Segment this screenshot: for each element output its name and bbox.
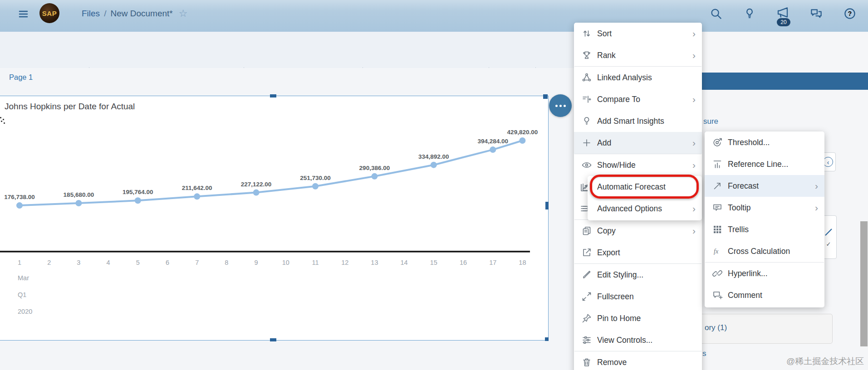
menu-item-tooltip[interactable]: Tooltip›: [705, 197, 824, 219]
selection-handle-bottom-right[interactable]: [545, 337, 549, 341]
data-point[interactable]: [490, 146, 496, 153]
forecast-axis-icon: [579, 182, 588, 193]
copy-icon: [581, 225, 592, 236]
menu-item-sort[interactable]: Sort›: [574, 23, 702, 44]
smart-assist-icon[interactable]: [743, 7, 756, 20]
submenu-chevron-icon: ›: [692, 28, 696, 39]
submenu-chevron-icon: ›: [692, 50, 696, 61]
menu-item-label: Show/Hide: [597, 161, 692, 170]
menu-item-copy[interactable]: Copy›: [574, 220, 702, 242]
submenu-chevron-icon: ›: [815, 180, 818, 191]
data-point[interactable]: [75, 200, 82, 206]
data-point[interactable]: [135, 197, 141, 204]
selection-handle-top-right[interactable]: [543, 94, 548, 99]
line-chart: Johns Hopkins per Date for Actual1234567…: [0, 96, 548, 340]
menu-item-remove[interactable]: Remove: [574, 351, 702, 370]
trash-icon: [581, 357, 592, 368]
panel-scrollbar[interactable]: [860, 221, 868, 346]
add-measure-link[interactable]: sure: [703, 117, 718, 126]
menu-item-hyperlink[interactable]: Hyperlink...: [705, 263, 824, 284]
menu-item-label: Add Smart Insights: [597, 117, 696, 126]
reference-line-icon: [712, 159, 723, 170]
menu-item-cross-calculation[interactable]: Cross Calculation: [705, 240, 824, 262]
menu-item-compare-to[interactable]: Compare To›: [574, 88, 702, 110]
chart-widget[interactable]: Johns Hopkins per Date for Actual1234567…: [0, 96, 549, 341]
menu-item-fullscreen[interactable]: Fullscreen: [574, 286, 702, 307]
data-point[interactable]: [253, 190, 260, 196]
help-icon[interactable]: [843, 7, 857, 20]
menu-item-edit-styling[interactable]: Edit Styling...: [574, 264, 702, 286]
data-point[interactable]: [519, 137, 525, 144]
data-point[interactable]: [16, 202, 23, 209]
data-point[interactable]: [312, 183, 319, 190]
svg-text:2020: 2020: [18, 308, 32, 315]
breadcrumb: Files / New Document* ☆: [82, 0, 187, 27]
menu-item-linked-analysis[interactable]: Linked Analysis: [574, 67, 702, 88]
announcements-icon[interactable]: [776, 6, 790, 19]
menu-item-show-hide[interactable]: Show/Hide›: [574, 154, 702, 176]
menu-item-comment[interactable]: Comment: [705, 284, 824, 306]
selection-handle-bottom[interactable]: [270, 338, 276, 341]
panel-link-fragment[interactable]: s: [702, 349, 706, 358]
category-token[interactable]: ory (1): [696, 314, 833, 344]
menu-item-threshold[interactable]: Threshold...: [705, 131, 824, 153]
menu-item-rank[interactable]: Rank›: [574, 44, 702, 66]
hamburger-menu-icon[interactable]: [17, 9, 29, 19]
menu-item-add[interactable]: Add›: [574, 132, 702, 154]
data-label: 227,122.00: [241, 181, 272, 188]
menu-item-export[interactable]: Export: [574, 242, 702, 263]
menu-item-add-smart-insights[interactable]: Add Smart Insights: [574, 110, 702, 132]
threshold-icon: [712, 137, 723, 148]
svg-text:12: 12: [341, 259, 348, 266]
discussions-icon[interactable]: [809, 7, 823, 20]
svg-text:9: 9: [255, 259, 258, 266]
selection-handle-right[interactable]: [545, 202, 549, 209]
collapse-panel-icon[interactable]: ‹: [823, 157, 833, 167]
submenu-chevron-icon: ›: [692, 225, 696, 236]
search-icon[interactable]: [709, 7, 723, 20]
menu-item-label: Advanced Options: [597, 204, 692, 214]
page-tab[interactable]: Page 1: [9, 73, 33, 82]
x-axis-line: [0, 251, 530, 253]
data-point[interactable]: [371, 173, 378, 180]
sap-logo: SAP: [39, 3, 59, 23]
top-bar: SAP Files / New Document* ☆ 20: [0, 0, 868, 32]
compare-to-icon: [581, 94, 592, 105]
fx-icon: [712, 246, 723, 257]
menu-item-reference-line[interactable]: Reference Line...: [705, 153, 824, 175]
svg-text:6: 6: [166, 259, 169, 266]
panel-header-bar: [702, 73, 868, 90]
svg-text:16: 16: [460, 259, 467, 266]
menu-item-automatic-forecast[interactable]: Automatic Forecast: [588, 176, 702, 198]
breadcrumb-files-link[interactable]: Files: [82, 9, 100, 19]
svg-text:5: 5: [136, 259, 140, 266]
data-point[interactable]: [194, 193, 200, 200]
menu-item-pin-to-home[interactable]: Pin to Home: [574, 307, 702, 329]
widget-more-actions-button[interactable]: [549, 94, 572, 117]
app-window: SAP Files / New Document* ☆ 20 Story Dat…: [0, 0, 868, 370]
menu-item-advanced-options[interactable]: Advanced Options›: [588, 198, 702, 219]
fullscreen-icon: [581, 291, 592, 302]
hyperlink-icon: [712, 268, 723, 279]
submenu-chevron-icon: ›: [692, 137, 696, 148]
selection-handle-top[interactable]: [270, 94, 276, 97]
menu-item-label: Tooltip: [728, 203, 815, 213]
menu-item-label: Linked Analysis: [597, 73, 696, 83]
favorite-star-icon[interactable]: ☆: [179, 8, 188, 19]
menu-item-label: Hyperlink...: [728, 269, 818, 278]
hidden-menu-row-icons: [579, 176, 588, 220]
menu-item-label: Sort: [597, 29, 692, 39]
svg-text:11: 11: [312, 259, 319, 266]
menu-item-trellis[interactable]: Trellis: [705, 219, 824, 240]
menu-item-label: Compare To: [597, 95, 692, 104]
svg-text:Q1: Q1: [18, 291, 26, 298]
submenu-chevron-icon: ›: [815, 202, 818, 213]
menu-item-view-controls[interactable]: View Controls...: [574, 329, 702, 351]
add-submenu: Threshold...Reference Line...Forecast›To…: [705, 131, 824, 307]
data-point[interactable]: [431, 162, 437, 168]
notifications-badge: 20: [777, 18, 790, 26]
menu-item-forecast[interactable]: Forecast›: [705, 175, 824, 197]
sort-icon: [581, 28, 592, 39]
series-line-actual: [20, 141, 522, 205]
view-controls-icon: [581, 335, 592, 346]
